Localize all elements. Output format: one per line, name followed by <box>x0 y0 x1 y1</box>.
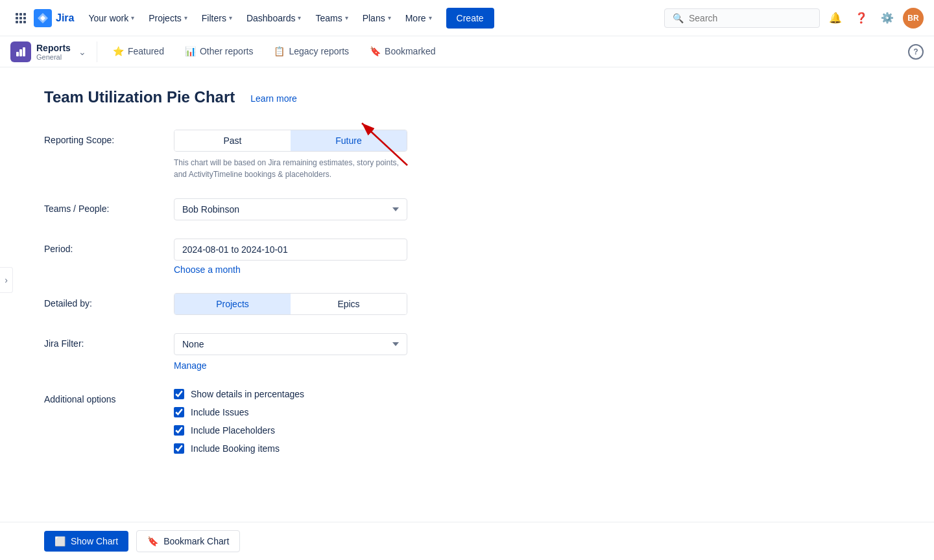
teams-people-control: Bob Robinson All Teams Team Alpha <box>174 198 433 220</box>
reports-logo-icon <box>10 41 31 62</box>
additional-options-row: Additional options Show details in perce… <box>44 389 566 454</box>
chevron-icon: ▾ <box>429 14 432 21</box>
help-icon[interactable]: ❓ <box>851 8 872 29</box>
jira-logo[interactable]: Jira <box>34 9 74 27</box>
create-button[interactable]: Create <box>446 8 494 29</box>
tab-legacy-reports[interactable]: 📋 Legacy reports <box>263 36 359 67</box>
manage-link[interactable]: Manage <box>174 360 207 371</box>
checkbox-placeholders[interactable]: Include Placeholders <box>174 425 433 436</box>
jira-filter-control: None Filter 1 Filter 2 Manage <box>174 333 433 371</box>
jira-filter-select[interactable]: None Filter 1 Filter 2 <box>174 333 407 355</box>
reporting-scope-control: Past Future This chart will be based on … <box>174 130 433 180</box>
main-content: Team Utilization Pie Chart Learn more Re… <box>13 67 597 493</box>
detailed-by-toggle: Projects Epics <box>174 293 407 315</box>
detailed-by-row: Detailed by: Projects Epics <box>44 293 566 315</box>
learn-more-link[interactable]: Learn more <box>250 93 297 104</box>
period-label: Period: <box>44 239 174 254</box>
svg-rect-6 <box>16 21 18 23</box>
checkbox-booking[interactable]: Include Booking items <box>174 443 433 454</box>
chevron-icon: ▾ <box>298 14 301 21</box>
checkbox-booking-label: Include Booking items <box>191 443 280 454</box>
choose-month-link[interactable]: Choose a month <box>174 264 241 275</box>
notifications-icon[interactable]: 🔔 <box>825 8 846 29</box>
teams-people-row: Teams / People: Bob Robinson All Teams T… <box>44 198 566 220</box>
table2-icon: 📋 <box>274 46 285 56</box>
teams-people-label: Teams / People: <box>44 198 174 214</box>
secondary-nav-logo: Reports General ⌄ <box>10 41 97 62</box>
tab-featured[interactable]: ⭐ Featured <box>102 36 174 67</box>
period-control: Choose a month <box>174 239 433 275</box>
sidebar-toggle[interactable]: › <box>0 267 13 293</box>
nav-projects[interactable]: Projects ▾ <box>142 9 194 27</box>
nav-your-work[interactable]: Your work ▾ <box>82 9 141 27</box>
additional-options-control: Show details in percentages Include Issu… <box>174 389 433 454</box>
nav-teams[interactable]: Teams ▾ <box>309 9 354 27</box>
secondary-nav: › Reports General ⌄ ⭐ Featured 📊 Other r… <box>0 36 934 67</box>
checkbox-placeholders-input[interactable] <box>174 425 184 436</box>
page-title: Team Utilization Pie Chart <box>44 88 235 106</box>
nav-items: Your work ▾ Projects ▾ Filters ▾ Dashboa… <box>82 9 438 27</box>
nav-more[interactable]: More ▾ <box>399 9 438 27</box>
jira-filter-row: Jira Filter: None Filter 1 Filter 2 Mana… <box>44 333 566 371</box>
period-input[interactable] <box>174 239 407 261</box>
reporting-scope-label: Reporting Scope: <box>44 130 174 145</box>
reporting-scope-helper: This chart will be based on Jira remaini… <box>174 157 407 180</box>
chevron-icon: ▾ <box>229 14 232 21</box>
svg-rect-11 <box>23 47 25 56</box>
secondary-nav-settings-icon[interactable]: ⌄ <box>76 45 89 58</box>
checkbox-issues-label: Include Issues <box>191 407 249 417</box>
past-toggle[interactable]: Past <box>174 130 291 151</box>
reporting-scope-row: Reporting Scope: Past Future This chart … <box>44 130 566 180</box>
nav-dashboards[interactable]: Dashboards ▾ <box>240 9 308 27</box>
star-icon: ⭐ <box>113 46 124 56</box>
nav-filters[interactable]: Filters ▾ <box>195 9 239 27</box>
teams-people-select[interactable]: Bob Robinson All Teams Team Alpha <box>174 198 407 220</box>
checkbox-booking-input[interactable] <box>174 443 184 454</box>
chevron-icon: ▾ <box>184 14 187 21</box>
avatar[interactable]: BR <box>903 8 924 29</box>
secondary-nav-label: Reports General <box>36 43 71 61</box>
additional-options-label: Additional options <box>44 389 174 404</box>
svg-rect-0 <box>16 13 18 16</box>
checkbox-percentages-label: Show details in percentages <box>191 389 304 399</box>
table-icon: 📊 <box>185 46 196 56</box>
checkbox-group: Show details in percentages Include Issu… <box>174 389 433 454</box>
logo-text: Jira <box>56 12 74 24</box>
svg-rect-3 <box>16 17 18 19</box>
secondary-nav-subtitle: General <box>36 53 71 61</box>
nav-plans[interactable]: Plans ▾ <box>356 9 398 27</box>
svg-rect-5 <box>23 17 26 19</box>
svg-rect-7 <box>19 21 22 23</box>
secondary-nav-title: Reports <box>36 43 71 53</box>
reporting-scope-toggle: Past Future <box>174 130 407 152</box>
svg-rect-10 <box>19 49 22 56</box>
tab-bookmarked[interactable]: 🔖 Bookmarked <box>359 36 446 67</box>
search-box[interactable]: 🔍 <box>664 8 820 28</box>
svg-rect-9 <box>16 52 19 56</box>
checkbox-issues-input[interactable] <box>174 407 184 417</box>
bookmark-icon: 🔖 <box>370 46 381 56</box>
search-input[interactable] <box>689 13 811 23</box>
help-circle-icon[interactable]: ? <box>908 44 924 60</box>
tab-other-reports[interactable]: 📊 Other reports <box>174 36 263 67</box>
checkbox-issues[interactable]: Include Issues <box>174 407 433 417</box>
svg-rect-2 <box>23 13 26 16</box>
apps-grid-icon[interactable] <box>10 8 31 29</box>
future-toggle[interactable]: Future <box>291 130 407 151</box>
svg-rect-1 <box>19 13 22 16</box>
epics-toggle[interactable]: Epics <box>291 294 407 314</box>
settings-icon[interactable]: ⚙️ <box>877 8 898 29</box>
projects-toggle[interactable]: Projects <box>174 294 291 314</box>
checkbox-percentages-input[interactable] <box>174 389 184 399</box>
search-icon: 🔍 <box>673 13 684 23</box>
nav-right: 🔍 🔔 ❓ ⚙️ BR <box>664 8 924 29</box>
top-nav: Jira Your work ▾ Projects ▾ Filters ▾ Da… <box>0 0 934 36</box>
detailed-by-label: Detailed by: <box>44 293 174 309</box>
secondary-nav-items: ⭐ Featured 📊 Other reports 📋 Legacy repo… <box>102 36 446 67</box>
chevron-icon: ▾ <box>345 14 348 21</box>
checkbox-placeholders-label: Include Placeholders <box>191 425 275 436</box>
chevron-icon: ▾ <box>131 14 134 21</box>
svg-rect-4 <box>19 17 22 19</box>
checkbox-percentages[interactable]: Show details in percentages <box>174 389 433 399</box>
detailed-by-control: Projects Epics <box>174 293 433 315</box>
